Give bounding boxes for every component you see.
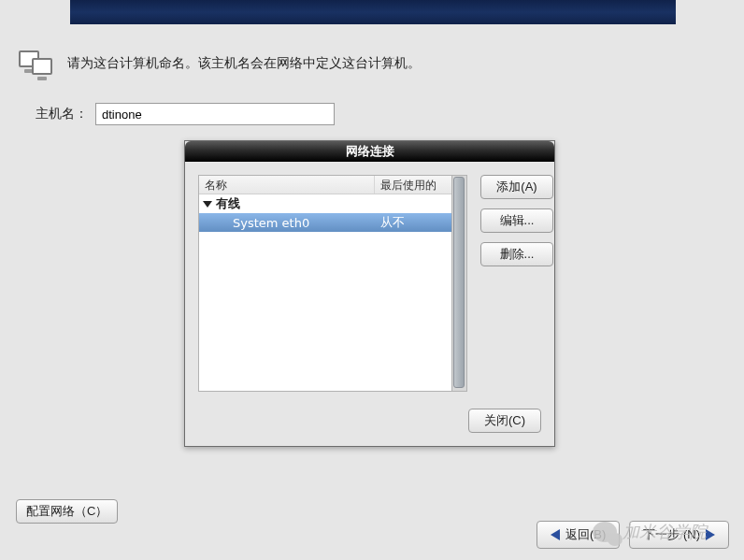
- hostname-input[interactable]: [95, 103, 335, 125]
- connection-list-wrap: 名称 最后使用的 有线 System eth0 从不: [198, 175, 467, 392]
- close-button[interactable]: 关闭(C): [468, 409, 541, 433]
- list-scrollbar[interactable]: [452, 175, 467, 392]
- arrow-left-icon: [551, 529, 560, 540]
- column-header-name[interactable]: 名称: [199, 176, 375, 194]
- back-button[interactable]: 返回(B): [537, 521, 620, 549]
- add-button[interactable]: 添加(A): [480, 175, 553, 199]
- computers-icon: [19, 49, 56, 79]
- arrow-right-icon: [706, 529, 715, 540]
- back-button-label: 返回(B): [565, 526, 606, 543]
- list-item-last-used: 从不: [375, 214, 451, 231]
- hostname-label: 主机名：: [36, 106, 88, 122]
- dialog-title: 网络连接: [185, 141, 554, 162]
- scrollbar-thumb[interactable]: [453, 177, 465, 388]
- next-button[interactable]: 下一步 (N): [629, 521, 729, 549]
- hostname-row: 主机名：: [36, 103, 335, 125]
- list-item[interactable]: System eth0 从不: [199, 213, 451, 232]
- dialog-footer: 关闭(C): [185, 405, 554, 446]
- dialog-side-buttons: 添加(A) 编辑... 删除...: [480, 175, 553, 392]
- group-label: 有线: [216, 195, 240, 212]
- next-button-label: 下一步 (N): [643, 526, 700, 543]
- connection-list[interactable]: 名称 最后使用的 有线 System eth0 从不: [198, 175, 452, 392]
- instruction-row: 请为这台计算机命名。该主机名会在网络中定义这台计算机。: [19, 49, 421, 79]
- edit-button[interactable]: 编辑...: [480, 208, 553, 233]
- wizard-nav: 返回(B) 下一步 (N): [537, 521, 729, 549]
- instruction-text: 请为这台计算机命名。该主机名会在网络中定义这台计算机。: [67, 55, 421, 72]
- configure-network-row: 配置网络（C）: [16, 499, 118, 524]
- list-header: 名称 最后使用的: [199, 176, 451, 194]
- configure-network-button[interactable]: 配置网络（C）: [16, 499, 118, 524]
- network-connections-dialog: 网络连接 名称 最后使用的 有线 System eth0 从不: [184, 140, 555, 447]
- top-banner: [70, 0, 676, 24]
- dialog-body: 名称 最后使用的 有线 System eth0 从不 添加(A) 编辑... 删…: [185, 162, 554, 405]
- chevron-down-icon: [203, 201, 212, 208]
- column-header-last-used[interactable]: 最后使用的: [375, 176, 451, 194]
- group-wired[interactable]: 有线: [199, 194, 451, 213]
- list-item-name: System eth0: [199, 216, 375, 230]
- delete-button[interactable]: 删除...: [480, 242, 553, 266]
